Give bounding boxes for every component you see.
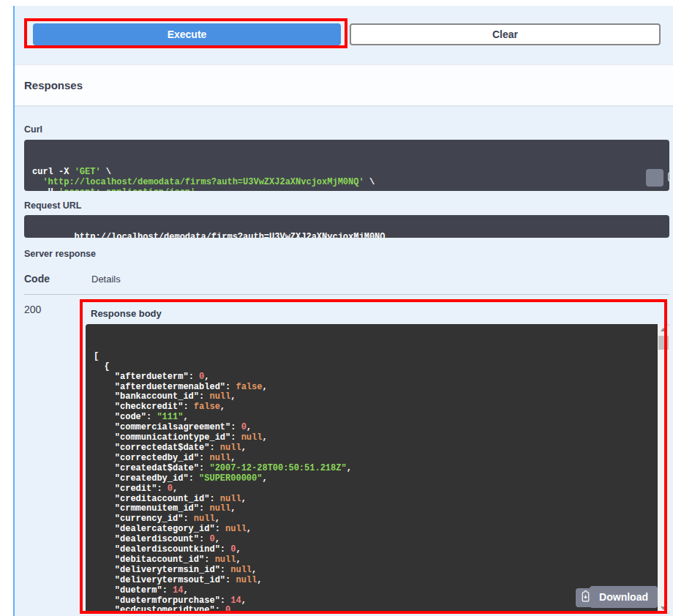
curl-copy-button[interactable] (646, 169, 663, 187)
response-scrollbar[interactable] (658, 324, 669, 614)
responses-content: Curl curl -X 'GET' \ 'http://localhost/d… (15, 105, 673, 614)
copy-to-clipboard-icon (633, 160, 669, 191)
scrollbar-up-arrow-icon[interactable] (658, 324, 669, 335)
request-url-label: Request URL (24, 200, 669, 211)
download-button[interactable]: Download (590, 586, 658, 608)
execute-row: Execute Clear (15, 6, 673, 64)
response-details-column: Response body [ { "afterdueterm": 0, "af… (86, 304, 669, 614)
details-column-header: Details (91, 274, 121, 285)
response-row-200: 200 Response body [ { "afterdueterm": 0,… (24, 295, 669, 614)
status-code: 200 (24, 304, 86, 614)
curl-label: Curl (24, 124, 669, 135)
execute-button[interactable]: Execute (33, 23, 341, 45)
request-url-value: http://localhost/demodata/firms?auth=U3V… (75, 232, 386, 238)
response-body-section: [ { "afterdueterm": 0, "afterduetermenab… (86, 324, 669, 614)
server-response-label: Server response (24, 249, 669, 259)
responses-header: Responses (15, 64, 673, 105)
response-body-code: [ { "afterdueterm": 0, "afterduetermenab… (86, 324, 669, 614)
code-column-header: Code (24, 273, 91, 285)
scrollbar-thumb[interactable] (658, 336, 669, 350)
clear-button[interactable]: Clear (350, 23, 661, 45)
response-body-label: Response body (86, 304, 669, 319)
curl-command-block: curl -X 'GET' \ 'http://localhost/demoda… (24, 140, 669, 191)
swagger-page: Execute Clear Responses Curl curl -X 'GE… (0, 0, 673, 616)
response-json: [ { "afterdueterm": 0, "afterduetermenab… (94, 352, 652, 614)
opblock-get-open: Execute Clear Responses Curl curl -X 'GE… (13, 6, 673, 616)
response-table-header: Code Details (24, 273, 669, 285)
curl-code: curl -X 'GET' \ 'http://localhost/demoda… (32, 167, 661, 191)
scrollbar-down-arrow-icon[interactable] (658, 603, 669, 614)
responses-title: Responses (24, 79, 83, 91)
request-url-block: http://localhost/demodata/firms?auth=U3V… (24, 215, 669, 238)
